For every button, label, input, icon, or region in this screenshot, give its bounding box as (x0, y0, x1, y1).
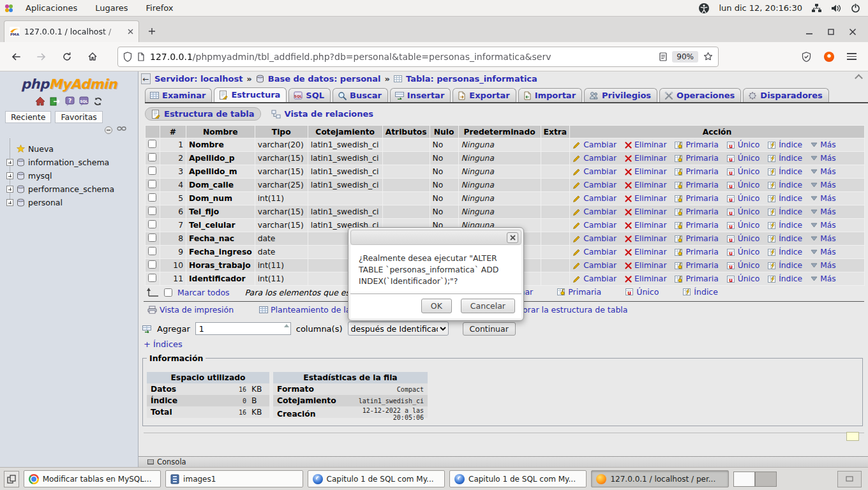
show-windows-icon[interactable] (4, 471, 19, 487)
unique-link[interactable]: uÚnico (727, 140, 760, 149)
expand-icon[interactable] (6, 159, 13, 166)
power-icon[interactable] (851, 3, 860, 13)
collapse-all-icon[interactable] (104, 126, 113, 135)
taskbar-item-player-2[interactable]: Capitulo 1 de SQL com My... (449, 470, 587, 487)
more-link[interactable]: Más (811, 261, 836, 270)
more-link[interactable]: Más (811, 248, 836, 256)
row-checkbox[interactable] (148, 207, 156, 215)
tree-item-performance-schema[interactable]: performance_schema (6, 182, 138, 196)
primary-link[interactable]: Primaria (675, 221, 718, 230)
row-checkbox[interactable] (148, 220, 156, 228)
new-tab-button[interactable] (143, 22, 161, 40)
taskbar-item-chrome[interactable]: Modificar tablas en MySQL... (24, 470, 161, 487)
subnav-table-structure[interactable]: Estructura de tabla (145, 107, 261, 121)
url-bar[interactable]: 127.0.0.1/phpmyadmin/tbl_addfield.php?db… (117, 47, 719, 67)
applications-menu-icon[interactable] (4, 3, 14, 13)
favorite-tables-button[interactable]: Favoritas (55, 111, 102, 123)
breadcrumb-table[interactable]: Tabla: personas_informatica (406, 74, 537, 84)
home-icon[interactable] (35, 96, 45, 106)
index-link[interactable]: Índice (768, 140, 802, 149)
window-minimize-icon[interactable] (805, 28, 813, 36)
change-link[interactable]: Cambiar (572, 207, 617, 216)
primary-link[interactable]: Primaria (675, 167, 718, 176)
breadcrumb-server[interactable]: Servidor: localhost (154, 74, 243, 84)
unique-link[interactable]: uÚnico (727, 181, 760, 189)
tab-operaciones[interactable]: Operaciones (659, 88, 741, 102)
tab-examinar[interactable]: Examinar (145, 88, 212, 102)
url-text[interactable]: 127.0.0.1/phpmyadmin/tbl_addfield.php?db… (150, 52, 654, 62)
row-checkbox[interactable] (148, 193, 156, 202)
change-link[interactable]: Cambiar (572, 234, 617, 243)
recent-tables-button[interactable]: Reciente (5, 111, 51, 123)
tree-item-personal[interactable]: personal (6, 196, 138, 209)
volume-icon[interactable] (831, 4, 842, 13)
change-link[interactable]: Cambiar (572, 140, 617, 149)
index-link[interactable]: Índice (768, 181, 802, 189)
primary-link[interactable]: Primaria (675, 181, 718, 189)
index-link[interactable]: Índice (768, 154, 802, 163)
tree-item-information-schema[interactable]: information_schema (6, 156, 138, 169)
zoom-level-badge[interactable]: 90% (672, 51, 698, 63)
unique-link[interactable]: uÚnico (727, 261, 760, 270)
open-new-window-icon[interactable] (846, 432, 859, 441)
row-checkbox[interactable] (148, 260, 156, 269)
selected-unique-link[interactable]: uÚnico (625, 287, 659, 297)
window-close-icon[interactable] (849, 28, 857, 36)
selected-primary-link[interactable]: Primaria (557, 287, 601, 297)
indexes-toggle-link[interactable]: + Índices (144, 339, 183, 349)
menu-firefox[interactable]: Firefox (138, 2, 181, 14)
network-icon[interactable] (811, 3, 822, 13)
more-link[interactable]: Más (811, 140, 836, 149)
unique-link[interactable]: uÚnico (727, 154, 760, 163)
row-checkbox[interactable] (148, 167, 156, 175)
dialog-close-icon[interactable] (507, 232, 518, 243)
scroll-top-icon[interactable] (855, 74, 863, 82)
browser-tab[interactable]: PMA 127.0.0.1 / localhost / (4, 20, 139, 42)
collapse-sidebar-icon[interactable]: ← (141, 73, 151, 84)
primary-link[interactable]: Primaria (675, 140, 718, 149)
workspace-1[interactable] (733, 471, 755, 487)
change-link[interactable]: Cambiar (572, 181, 617, 189)
unique-link[interactable]: uÚnico (727, 248, 760, 256)
more-link[interactable]: Más (811, 274, 836, 283)
drop-link[interactable]: Eliminar (625, 194, 666, 203)
index-link[interactable]: Índice (768, 221, 802, 230)
tab-close-icon[interactable] (128, 29, 133, 34)
refresh-icon[interactable] (93, 97, 103, 106)
stepper-icons[interactable] (284, 324, 289, 329)
row-checkbox[interactable] (148, 140, 156, 148)
forward-icon[interactable] (32, 47, 51, 66)
index-link[interactable]: Índice (768, 194, 802, 203)
change-link[interactable]: Cambiar (572, 261, 617, 270)
drop-link[interactable]: Eliminar (625, 221, 666, 230)
link-icon[interactable] (117, 126, 126, 135)
primary-link[interactable]: Primaria (675, 274, 718, 283)
taskbar-item-images[interactable]: images1 (165, 470, 303, 487)
continue-button[interactable]: Continuar (463, 322, 516, 336)
row-checkbox[interactable] (148, 153, 156, 161)
unique-link[interactable]: uÚnico (727, 221, 760, 230)
tab-estructura[interactable]: Estructura (214, 87, 287, 102)
primary-link[interactable]: Primaria (675, 154, 718, 163)
primary-link[interactable]: Primaria (675, 261, 718, 270)
row-checkbox[interactable] (148, 180, 156, 188)
cancel-button[interactable]: Cancelar (461, 299, 515, 313)
row-checkbox[interactable] (148, 234, 156, 242)
docs-help-icon[interactable]: ? (65, 96, 75, 106)
logout-icon[interactable] (50, 97, 61, 106)
breadcrumb-database[interactable]: Base de datos: personal (268, 74, 381, 84)
drop-link[interactable]: Eliminar (625, 274, 666, 283)
window-restore-icon[interactable] (827, 28, 835, 36)
shield-icon[interactable] (123, 52, 132, 62)
selected-index-link[interactable]: Índice (683, 287, 718, 297)
index-link[interactable]: Índice (768, 274, 802, 283)
expand-icon[interactable] (6, 172, 13, 179)
account-icon[interactable] (824, 52, 834, 62)
unique-link[interactable]: uÚnico (727, 207, 760, 216)
protections-shield-icon[interactable] (802, 52, 811, 62)
index-link[interactable]: Índice (768, 234, 802, 243)
drop-link[interactable]: Eliminar (625, 261, 666, 270)
change-link[interactable]: Cambiar (572, 221, 617, 230)
primary-link[interactable]: Primaria (675, 207, 718, 216)
more-link[interactable]: Más (811, 234, 836, 243)
